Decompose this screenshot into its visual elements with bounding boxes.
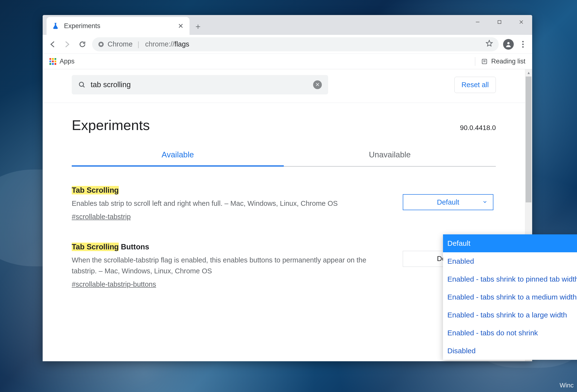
tab-unavailable[interactable]: Unavailable: [284, 150, 496, 166]
bookmarks-bar: Apps Reading list: [43, 54, 532, 69]
toolbar: Chrome | chrome://flags: [43, 35, 532, 54]
clear-search-icon[interactable]: ✕: [313, 80, 322, 89]
dropdown-option[interactable]: Enabled - tabs do not shrink: [443, 324, 577, 342]
flags-search-input[interactable]: [91, 80, 308, 89]
apps-label: Apps: [60, 58, 75, 65]
svg-rect-1: [498, 21, 501, 24]
flag-dropdown-list[interactable]: DefaultEnabledEnabled - tabs shrink to p…: [443, 234, 577, 360]
dropdown-option[interactable]: Enabled - tabs shrink to pinned tab widt…: [443, 270, 577, 288]
profile-avatar[interactable]: [503, 39, 514, 50]
dropdown-option[interactable]: Enabled - tabs shrink to a medium width: [443, 288, 577, 306]
reading-list-icon: [481, 58, 488, 65]
svg-point-11: [79, 82, 83, 86]
forward-button[interactable]: [62, 39, 73, 50]
scroll-up-icon[interactable]: ▴: [525, 69, 532, 76]
flag-description: Enables tab strip to scroll left and rig…: [72, 198, 389, 209]
site-origin-chip: Chrome |: [98, 40, 141, 48]
dropdown-option[interactable]: Enabled: [443, 252, 577, 270]
close-window-button[interactable]: [510, 15, 532, 29]
apps-grid-icon: [49, 58, 56, 65]
new-tab-button[interactable]: ＋: [189, 18, 207, 35]
tab-available[interactable]: Available: [72, 150, 284, 166]
svg-marker-6: [486, 40, 492, 46]
apps-shortcut[interactable]: Apps: [49, 58, 75, 65]
window-controls: [467, 15, 532, 29]
dropdown-option[interactable]: Enabled - tabs shrink to a large width: [443, 306, 577, 324]
flag-title: Tab Scrolling Buttons: [72, 243, 496, 251]
flag-title: Tab Scrolling: [72, 186, 496, 195]
flag-anchor-link[interactable]: #scrollable-tabstrip: [72, 213, 131, 221]
omnibox[interactable]: Chrome | chrome://flags: [92, 37, 499, 51]
titlebar: Experiments ✕ ＋: [43, 15, 532, 35]
dropdown-option[interactable]: Default: [443, 234, 577, 252]
flag-select-value: Default: [437, 198, 459, 206]
svg-line-12: [83, 86, 84, 87]
version-label: 90.0.4418.0: [460, 124, 496, 132]
reset-all-button[interactable]: Reset all: [454, 77, 496, 93]
reading-list-label: Reading list: [491, 58, 525, 65]
menu-button[interactable]: [518, 41, 528, 48]
dropdown-option[interactable]: Disabled: [443, 342, 577, 360]
flag-anchor-link[interactable]: #scrollable-tabstrip-buttons: [72, 280, 156, 288]
divider: [475, 57, 475, 66]
flag-item: Tab Scrolling ButtonsWhen the scrollable…: [72, 243, 496, 288]
svg-point-5: [100, 43, 102, 45]
bookmark-star-icon[interactable]: [486, 40, 493, 49]
maximize-button[interactable]: [489, 15, 510, 29]
origin-label: Chrome: [108, 40, 133, 48]
reading-list-button[interactable]: Reading list: [481, 58, 525, 65]
chrome-icon: [98, 41, 104, 47]
flag-select[interactable]: Default: [403, 194, 493, 210]
back-button[interactable]: [47, 39, 58, 50]
page-heading: Experiments: [72, 117, 150, 133]
browser-window: Experiments ✕ ＋ Chrome | chrome://fla: [43, 15, 532, 361]
browser-tab[interactable]: Experiments ✕: [46, 17, 189, 35]
url: chrome://flags: [145, 40, 189, 48]
activation-watermark: Winc: [560, 382, 574, 389]
close-tab-icon[interactable]: ✕: [177, 22, 184, 30]
reload-button[interactable]: [77, 39, 88, 50]
search-icon: [78, 81, 86, 89]
minimize-button[interactable]: [467, 15, 489, 29]
svg-point-7: [507, 42, 509, 44]
flask-icon: [52, 22, 59, 30]
flag-description: When the scrollable-tabstrip flag is ena…: [72, 255, 389, 276]
scroll-thumb[interactable]: [526, 76, 532, 202]
flags-search-box[interactable]: ✕: [72, 75, 328, 95]
flags-tabs: Available Unavailable: [72, 150, 496, 166]
flag-item: Tab ScrollingEnables tab strip to scroll…: [72, 186, 496, 221]
tab-title: Experiments: [64, 22, 177, 30]
chevron-down-icon: [482, 198, 488, 206]
